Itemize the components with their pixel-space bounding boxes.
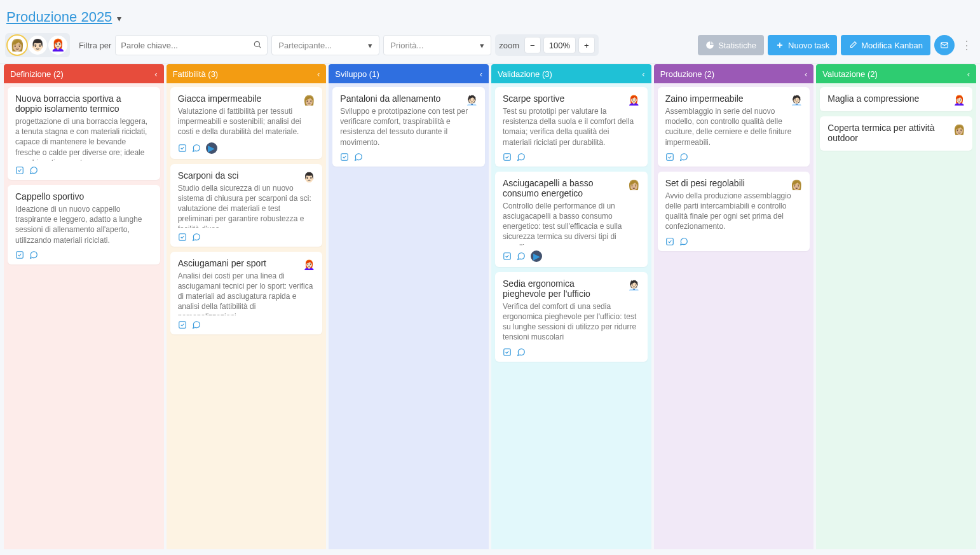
card-avatar[interactable]: 👩🏼 xyxy=(951,121,967,138)
new-task-button[interactable]: Nuovo task xyxy=(768,35,837,55)
comment-icon[interactable] xyxy=(517,348,526,357)
card-footer xyxy=(15,166,153,175)
chevron-left-icon[interactable]: ‹ xyxy=(805,69,807,79)
kanban-card[interactable]: Scarpe sportiveTest su prototipi per val… xyxy=(495,87,648,167)
stats-button[interactable]: Statistiche xyxy=(698,35,764,55)
card-avatar[interactable]: 👨🏻 xyxy=(301,169,317,186)
kanban-card[interactable]: Set di pesi regolabiliAvvio della produz… xyxy=(658,172,810,251)
column-header[interactable]: Valutazione (2)‹ xyxy=(816,64,976,83)
column-body[interactable]: Pantaloni da allenamentoSviluppo e proto… xyxy=(329,83,489,549)
mail-button[interactable] xyxy=(934,35,955,55)
chevron-down-icon[interactable]: ▾ xyxy=(117,13,121,24)
card-avatar[interactable]: 👩🏻‍🦰 xyxy=(301,257,317,273)
chevron-left-icon[interactable]: ‹ xyxy=(154,69,157,79)
column-header[interactable]: Validazione (3)‹ xyxy=(491,64,651,83)
checklist-icon[interactable] xyxy=(503,250,512,262)
column-body[interactable]: Scarpe sportiveTest su prototipi per val… xyxy=(491,83,651,549)
chevron-left-icon[interactable]: ‹ xyxy=(317,69,320,79)
card-footer xyxy=(665,153,803,161)
kanban-card[interactable]: Cappello sportivoIdeazione di un nuovo c… xyxy=(8,185,160,264)
column-body[interactable]: Maglia a compressione👩🏻‍🦰Coperta termica… xyxy=(816,83,976,549)
kanban-card[interactable]: Pantaloni da allenamentoSviluppo e proto… xyxy=(332,87,485,167)
column-body[interactable]: Nuova borraccia sportiva a doppio isolam… xyxy=(4,83,164,549)
card-avatar[interactable]: 👩🏼 xyxy=(301,92,317,109)
edit-kanban-button[interactable]: Modifica Kanban xyxy=(841,35,930,55)
checklist-icon[interactable] xyxy=(178,320,187,329)
chevron-left-icon[interactable]: ‹ xyxy=(480,69,482,79)
kanban-card[interactable]: Scarponi da sciStudio della sicurezza di… xyxy=(170,164,323,247)
comment-icon[interactable] xyxy=(192,142,201,154)
card-avatar[interactable]: 👩🏻‍🦰 xyxy=(951,92,967,109)
kanban-card[interactable]: Asciugacapelli a basso consumo energetic… xyxy=(495,172,648,267)
checklist-icon[interactable] xyxy=(665,153,674,161)
keyword-search[interactable] xyxy=(115,35,268,55)
zoom-out-button[interactable]: − xyxy=(524,37,541,53)
board-title[interactable]: Produzione 2025 xyxy=(6,9,112,25)
participant-select[interactable]: Partecipante... ▾ xyxy=(271,35,379,55)
comment-icon[interactable] xyxy=(192,233,201,242)
card-avatar[interactable]: 👩🏼 xyxy=(626,177,643,193)
card-title: Giacca impermeabile xyxy=(178,93,315,104)
svg-rect-6 xyxy=(17,252,24,259)
column-header[interactable]: Fattibilità (3)‹ xyxy=(167,64,327,83)
kanban-card[interactable]: Coperta termica per attività outdoor👩🏼 xyxy=(820,116,972,151)
card-avatar[interactable]: 👩🏼 xyxy=(788,177,805,193)
participant-placeholder: Partecipante... xyxy=(278,41,332,50)
card-avatar[interactable]: 🧑🏻‍💼 xyxy=(626,277,643,294)
comment-icon[interactable] xyxy=(29,166,38,175)
checklist-icon[interactable] xyxy=(178,142,187,154)
checklist-icon[interactable] xyxy=(503,153,512,161)
checklist-icon[interactable] xyxy=(503,348,512,357)
comment-icon[interactable] xyxy=(29,250,38,259)
comment-icon[interactable] xyxy=(679,237,688,246)
zoom-label: zoom xyxy=(499,41,519,50)
checklist-icon[interactable] xyxy=(665,237,674,246)
card-description: progettazione di una borraccia leggera, … xyxy=(15,116,153,161)
keyword-input[interactable] xyxy=(121,41,262,50)
kanban-card[interactable]: Zaino impermeabileAssemblaggio in serie … xyxy=(658,87,810,167)
avatar[interactable]: 👨🏻 xyxy=(28,36,47,55)
chevron-left-icon[interactable]: ‹ xyxy=(967,69,970,79)
kanban-column: Produzione (2)‹Zaino impermeabileAssembl… xyxy=(654,64,814,549)
avatar[interactable]: 👩🏼 xyxy=(8,36,27,55)
zoom-in-button[interactable]: + xyxy=(578,37,595,53)
checklist-icon[interactable] xyxy=(15,166,24,175)
svg-rect-7 xyxy=(179,144,186,151)
column-body[interactable]: Zaino impermeabileAssemblaggio in serie … xyxy=(654,83,814,549)
checklist-icon[interactable] xyxy=(340,153,349,161)
comment-icon[interactable] xyxy=(192,320,201,329)
play-icon[interactable]: ▶ xyxy=(206,142,217,154)
kanban-column: Sviluppo (1)‹Pantaloni da allenamentoSvi… xyxy=(329,64,489,549)
search-icon[interactable] xyxy=(253,40,262,51)
comment-icon[interactable] xyxy=(517,250,526,262)
column-header[interactable]: Definizione (2)‹ xyxy=(4,64,164,83)
avatar[interactable]: 👩🏻‍🦰 xyxy=(48,36,67,55)
kanban-card[interactable]: Sedia ergonomica pieghevole per l'uffici… xyxy=(495,272,648,362)
column-header[interactable]: Sviluppo (1)‹ xyxy=(329,64,489,83)
svg-rect-5 xyxy=(17,167,24,174)
comment-icon[interactable] xyxy=(679,153,688,161)
kanban-card[interactable]: Maglia a compressione👩🏻‍🦰 xyxy=(820,87,972,111)
card-avatar[interactable]: 🧑🏻‍💼 xyxy=(788,92,805,109)
comment-icon[interactable] xyxy=(517,153,526,161)
card-avatar[interactable]: 🧑🏻‍💼 xyxy=(463,92,480,109)
kanban-card[interactable]: Giacca impermeabileValutazione di fattib… xyxy=(170,87,323,159)
toolbar: 👩🏼 👨🏻 👩🏻‍🦰 Filtra per Partecipante... ▾ … xyxy=(0,29,980,64)
card-title: Scarponi da sci xyxy=(178,170,315,181)
checklist-icon[interactable] xyxy=(178,233,187,242)
more-menu-icon[interactable]: ⋮ xyxy=(958,38,975,52)
card-footer xyxy=(178,320,315,329)
column-body[interactable]: Giacca impermeabileValutazione di fattib… xyxy=(167,83,327,549)
kanban-card[interactable]: Asciugamani per sportAnalisi dei costi p… xyxy=(170,252,323,334)
edit-kanban-label: Modifica Kanban xyxy=(861,41,923,50)
svg-point-0 xyxy=(255,41,260,46)
checklist-icon[interactable] xyxy=(15,250,24,259)
comment-icon[interactable] xyxy=(354,153,363,161)
chevron-left-icon[interactable]: ‹ xyxy=(642,69,644,79)
priority-select[interactable]: Priorità... ▾ xyxy=(383,35,491,55)
play-icon[interactable]: ▶ xyxy=(531,250,542,262)
column-header[interactable]: Produzione (2)‹ xyxy=(654,64,814,83)
column-title: Validazione (3) xyxy=(498,69,552,79)
kanban-card[interactable]: Nuova borraccia sportiva a doppio isolam… xyxy=(8,87,160,180)
card-avatar[interactable]: 👩🏻‍🦰 xyxy=(626,92,643,109)
